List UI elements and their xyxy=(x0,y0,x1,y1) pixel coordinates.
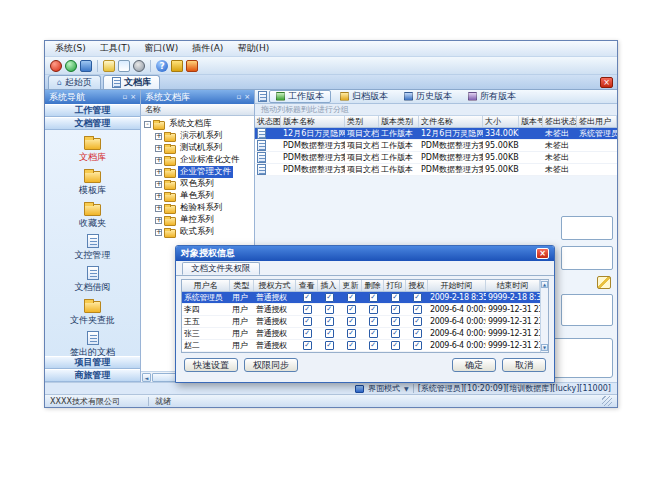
column-header[interactable]: 用户名 xyxy=(182,280,230,291)
sidebar-item-favorites[interactable]: 收藏夹 xyxy=(48,199,138,231)
grant-checkbox[interactable] xyxy=(413,317,422,326)
sidebar-item-doc-borrow[interactable]: 文档借阅 xyxy=(48,264,138,295)
column-header[interactable]: 类型 xyxy=(230,280,254,291)
sidebar-item-doc-control[interactable]: 文控管理 xyxy=(48,232,138,263)
delete-checkbox[interactable] xyxy=(369,305,378,314)
ui-mode-label[interactable]: 界面模式 xyxy=(368,383,400,394)
close-icon[interactable]: × xyxy=(244,92,250,102)
tree-item[interactable]: + 检验科系列 xyxy=(141,202,254,214)
expand-icon[interactable]: + xyxy=(155,193,162,200)
column-header[interactable]: 状态图 xyxy=(255,116,281,127)
lock-icon[interactable] xyxy=(171,60,183,72)
grant-checkbox[interactable] xyxy=(413,329,422,338)
detail-field[interactable] xyxy=(561,294,613,326)
help-icon[interactable]: ? xyxy=(156,60,168,72)
update-checkbox[interactable] xyxy=(347,317,356,326)
tree-item[interactable]: + 双色系列 xyxy=(141,178,254,190)
grant-checkbox[interactable] xyxy=(413,341,422,350)
update-checkbox[interactable] xyxy=(347,341,356,350)
view-checkbox[interactable] xyxy=(303,329,312,338)
document-icon[interactable] xyxy=(258,91,267,102)
column-header[interactable]: 版本类别 xyxy=(379,116,419,127)
gear-icon[interactable] xyxy=(133,60,145,72)
expand-icon[interactable]: + xyxy=(155,181,162,188)
print-checkbox[interactable] xyxy=(391,317,400,326)
table-row[interactable]: PDM数据整理方案4.doc 项目文档 工作版本 PDM数据整理方案4.doc … xyxy=(255,164,617,176)
permission-row[interactable]: 王五 用户 普通授权 2009-6-4 0:00:00 9999-12-31 2… xyxy=(182,316,540,328)
permission-sync-button[interactable]: 权限同步 xyxy=(244,358,298,372)
column-header[interactable]: 打印 xyxy=(384,280,406,291)
scroll-up-icon[interactable]: ▲ xyxy=(541,281,548,288)
mail-icon[interactable] xyxy=(103,60,115,72)
update-checkbox[interactable] xyxy=(347,329,356,338)
column-header[interactable]: 类别 xyxy=(345,116,379,127)
dialog-title-bar[interactable]: 对象授权信息 × xyxy=(176,246,554,261)
grant-checkbox[interactable] xyxy=(413,293,422,302)
column-header[interactable]: 签出状态 xyxy=(543,116,577,127)
shield-icon[interactable] xyxy=(186,60,198,72)
view-checkbox[interactable] xyxy=(303,341,312,350)
scroll-down-icon[interactable]: ▼ xyxy=(541,344,548,351)
tab-folder-permissions[interactable]: 文档文件夹权限 xyxy=(182,262,260,275)
menu-help[interactable]: 帮助(H) xyxy=(230,41,276,56)
expand-icon[interactable]: + xyxy=(155,145,162,152)
view-checkbox[interactable] xyxy=(303,305,312,314)
column-header[interactable]: 签出用户 xyxy=(577,116,617,127)
sidebar-section-doc[interactable]: 文档管理 xyxy=(45,117,140,130)
scroll-left-icon[interactable]: ◄ xyxy=(142,373,151,382)
table-row[interactable]: 12月6日万灵隐网门... 项目文档 工作版本 12月6日万灵隐网门... 33… xyxy=(255,128,617,140)
tab-start-page[interactable]: ⌂ 起始页 xyxy=(48,75,101,89)
print-checkbox[interactable] xyxy=(391,341,400,350)
close-icon[interactable]: × xyxy=(600,77,613,88)
column-header[interactable]: 授权 xyxy=(406,280,428,291)
tree-item-selected[interactable]: + 企业管理文件 xyxy=(141,166,254,178)
menu-plugins[interactable]: 插件(A) xyxy=(185,41,230,56)
expand-icon[interactable]: + xyxy=(155,157,162,164)
menu-tools[interactable]: 工具(T) xyxy=(93,41,138,56)
insert-checkbox[interactable] xyxy=(325,293,334,302)
column-header[interactable]: 开始时间 xyxy=(428,280,486,291)
expand-icon[interactable]: + xyxy=(155,229,162,236)
chart-icon[interactable] xyxy=(118,60,130,72)
tree-item[interactable]: + 企业标准化文件 xyxy=(141,154,254,166)
permission-row[interactable]: 系统管理员 用户 普通授权 2009-2-18 8:35:57 9999-2-1… xyxy=(182,292,540,304)
tab-document-library[interactable]: 文档库 xyxy=(103,75,160,89)
column-header[interactable]: 查看 xyxy=(296,280,318,291)
column-header[interactable]: 删除 xyxy=(362,280,384,291)
print-checkbox[interactable] xyxy=(391,293,400,302)
column-header[interactable]: 版本名称 xyxy=(281,116,345,127)
tab-all-versions[interactable]: 所有版本 xyxy=(461,90,523,103)
menu-system[interactable]: 系统(S) xyxy=(48,41,93,56)
table-row[interactable]: PDM数据整理方案2.doc 项目文档 工作版本 PDM数据整理方案2.doc … xyxy=(255,152,617,164)
globe-icon[interactable] xyxy=(65,60,77,72)
window-icon[interactable] xyxy=(80,60,92,72)
vertical-scrollbar[interactable]: ▲ ▼ xyxy=(540,280,548,352)
expand-icon[interactable]: + xyxy=(155,133,162,140)
collapse-icon[interactable]: - xyxy=(144,121,151,128)
menu-window[interactable]: 窗口(W) xyxy=(137,41,185,56)
tab-history-version[interactable]: 历史版本 xyxy=(397,90,459,103)
delete-checkbox[interactable] xyxy=(369,329,378,338)
sidebar-item-doclib[interactable]: 文档库 xyxy=(48,133,138,165)
tree-column-header[interactable]: 名称 xyxy=(141,104,254,116)
insert-checkbox[interactable] xyxy=(325,329,334,338)
sidebar-item-folder-review[interactable]: 文件夹查批 xyxy=(48,296,138,328)
group-by-hint[interactable]: 拖动列标题到此进行分组 xyxy=(255,104,617,116)
permission-row[interactable]: 李四 用户 普通授权 2009-6-4 0:00:00 9999-12-31 2… xyxy=(182,304,540,316)
view-checkbox[interactable] xyxy=(303,293,312,302)
tree-item[interactable]: + 单色系列 xyxy=(141,190,254,202)
column-header[interactable]: 授权方式 xyxy=(254,280,296,291)
permission-row[interactable]: 赵二 用户 普通授权 2009-6-4 0:00:00 9999-12-31 2… xyxy=(182,340,540,352)
ok-button[interactable]: 确定 xyxy=(452,358,496,372)
power-icon[interactable] xyxy=(50,60,62,72)
expand-icon[interactable]: + xyxy=(155,169,162,176)
column-header[interactable]: 插入 xyxy=(318,280,340,291)
tree-item[interactable]: + 演示机系列 xyxy=(141,130,254,142)
resize-grip[interactable] xyxy=(602,396,612,406)
sidebar-item-checked-out[interactable]: 签出的文档 xyxy=(48,329,138,356)
insert-checkbox[interactable] xyxy=(325,305,334,314)
view-checkbox[interactable] xyxy=(303,317,312,326)
delete-checkbox[interactable] xyxy=(369,341,378,350)
update-checkbox[interactable] xyxy=(347,305,356,314)
sidebar-section-project[interactable]: 项目管理 xyxy=(45,356,140,369)
